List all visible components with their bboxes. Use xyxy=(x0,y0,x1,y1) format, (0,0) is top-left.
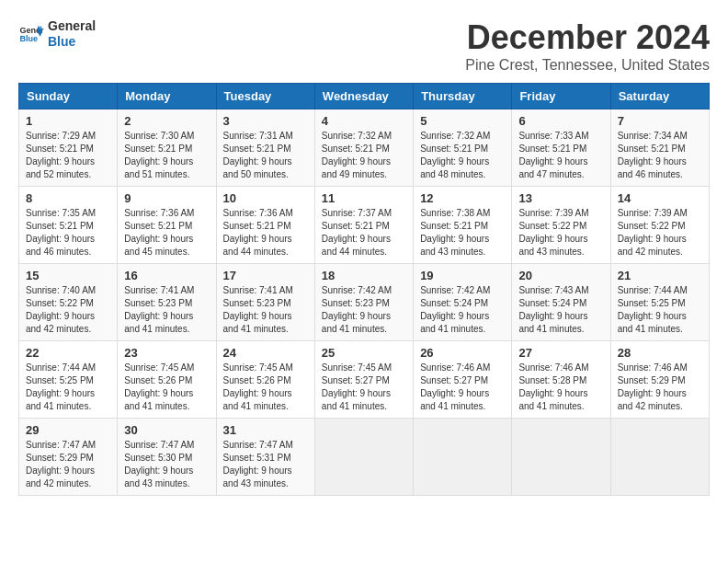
logo-line2: Blue xyxy=(48,34,96,50)
day-info: Sunrise: 7:34 AM Sunset: 5:21 PM Dayligh… xyxy=(618,130,702,181)
calendar-cell: 28 Sunrise: 7:46 AM Sunset: 5:29 PM Dayl… xyxy=(610,341,709,419)
day-number: 23 xyxy=(124,346,209,360)
day-info: Sunrise: 7:44 AM Sunset: 5:25 PM Dayligh… xyxy=(26,362,110,413)
day-number: 31 xyxy=(223,423,308,437)
day-number: 20 xyxy=(518,269,603,282)
day-info: Sunrise: 7:32 AM Sunset: 5:21 PM Dayligh… xyxy=(322,130,406,181)
day-info: Sunrise: 7:45 AM Sunset: 5:26 PM Dayligh… xyxy=(124,362,209,413)
calendar-cell: 6 Sunrise: 7:33 AM Sunset: 5:21 PM Dayli… xyxy=(512,109,610,187)
svg-text:Blue: Blue xyxy=(19,34,38,43)
day-number: 24 xyxy=(223,346,308,360)
day-number: 15 xyxy=(26,269,110,282)
day-info: Sunrise: 7:42 AM Sunset: 5:24 PM Dayligh… xyxy=(420,284,505,336)
day-info: Sunrise: 7:31 AM Sunset: 5:21 PM Dayligh… xyxy=(223,130,308,181)
calendar-cell: 10 Sunrise: 7:36 AM Sunset: 5:21 PM Dayl… xyxy=(216,187,314,264)
calendar-cell xyxy=(512,419,610,496)
calendar-week-row: 8 Sunrise: 7:35 AM Sunset: 5:21 PM Dayli… xyxy=(19,187,710,264)
day-number: 1 xyxy=(26,114,110,128)
calendar-cell: 20 Sunrise: 7:43 AM Sunset: 5:24 PM Dayl… xyxy=(512,264,610,341)
day-info: Sunrise: 7:36 AM Sunset: 5:21 PM Dayligh… xyxy=(223,207,308,259)
calendar-cell: 22 Sunrise: 7:44 AM Sunset: 5:25 PM Dayl… xyxy=(19,341,118,419)
day-number: 6 xyxy=(518,114,603,128)
header-tuesday: Tuesday xyxy=(216,84,314,109)
day-number: 8 xyxy=(26,191,110,205)
day-number: 17 xyxy=(223,269,308,282)
day-info: Sunrise: 7:47 AM Sunset: 5:30 PM Dayligh… xyxy=(124,439,209,490)
day-info: Sunrise: 7:45 AM Sunset: 5:27 PM Dayligh… xyxy=(322,362,406,413)
calendar-cell: 17 Sunrise: 7:41 AM Sunset: 5:23 PM Dayl… xyxy=(216,264,314,341)
header-sunday: Sunday xyxy=(19,84,118,109)
day-number: 18 xyxy=(322,269,406,282)
calendar-cell: 5 Sunrise: 7:32 AM Sunset: 5:21 PM Dayli… xyxy=(414,109,512,187)
calendar-cell: 11 Sunrise: 7:37 AM Sunset: 5:21 PM Dayl… xyxy=(314,187,413,264)
calendar-cell: 7 Sunrise: 7:34 AM Sunset: 5:21 PM Dayli… xyxy=(610,109,709,187)
header-friday: Friday xyxy=(512,84,610,109)
day-info: Sunrise: 7:47 AM Sunset: 5:29 PM Dayligh… xyxy=(26,439,110,490)
day-number: 26 xyxy=(420,346,505,360)
header-monday: Monday xyxy=(118,84,216,109)
logo-line1: General xyxy=(48,18,96,34)
day-info: Sunrise: 7:29 AM Sunset: 5:21 PM Dayligh… xyxy=(26,130,110,181)
calendar-header-row: SundayMondayTuesdayWednesdayThursdayFrid… xyxy=(19,84,710,109)
calendar-cell: 26 Sunrise: 7:46 AM Sunset: 5:27 PM Dayl… xyxy=(414,341,512,419)
day-info: Sunrise: 7:36 AM Sunset: 5:21 PM Dayligh… xyxy=(124,207,209,259)
calendar-cell: 18 Sunrise: 7:42 AM Sunset: 5:23 PM Dayl… xyxy=(314,264,413,341)
calendar-cell: 29 Sunrise: 7:47 AM Sunset: 5:29 PM Dayl… xyxy=(19,419,118,496)
day-info: Sunrise: 7:41 AM Sunset: 5:23 PM Dayligh… xyxy=(223,284,308,336)
day-number: 10 xyxy=(223,191,308,205)
calendar-cell: 3 Sunrise: 7:31 AM Sunset: 5:21 PM Dayli… xyxy=(216,109,314,187)
month-title: December 2024 xyxy=(465,18,710,57)
calendar-week-row: 15 Sunrise: 7:40 AM Sunset: 5:22 PM Dayl… xyxy=(19,264,710,341)
day-number: 14 xyxy=(618,191,702,205)
location-title: Pine Crest, Tennessee, United States xyxy=(465,57,710,74)
day-info: Sunrise: 7:45 AM Sunset: 5:26 PM Dayligh… xyxy=(223,362,308,413)
day-number: 21 xyxy=(618,269,702,282)
day-info: Sunrise: 7:37 AM Sunset: 5:21 PM Dayligh… xyxy=(322,207,406,259)
calendar-cell: 9 Sunrise: 7:36 AM Sunset: 5:21 PM Dayli… xyxy=(118,187,216,264)
day-info: Sunrise: 7:46 AM Sunset: 5:27 PM Dayligh… xyxy=(420,362,505,413)
day-info: Sunrise: 7:44 AM Sunset: 5:25 PM Dayligh… xyxy=(618,284,702,336)
calendar-cell xyxy=(314,419,413,496)
day-info: Sunrise: 7:43 AM Sunset: 5:24 PM Dayligh… xyxy=(518,284,603,336)
day-number: 30 xyxy=(124,423,209,437)
calendar-cell: 25 Sunrise: 7:45 AM Sunset: 5:27 PM Dayl… xyxy=(314,341,413,419)
day-info: Sunrise: 7:30 AM Sunset: 5:21 PM Dayligh… xyxy=(124,130,209,181)
calendar-cell: 23 Sunrise: 7:45 AM Sunset: 5:26 PM Dayl… xyxy=(118,341,216,419)
calendar-cell: 12 Sunrise: 7:38 AM Sunset: 5:21 PM Dayl… xyxy=(414,187,512,264)
day-number: 29 xyxy=(26,423,110,437)
day-number: 25 xyxy=(322,346,406,360)
day-info: Sunrise: 7:40 AM Sunset: 5:22 PM Dayligh… xyxy=(26,284,110,336)
day-number: 12 xyxy=(420,191,505,205)
day-info: Sunrise: 7:32 AM Sunset: 5:21 PM Dayligh… xyxy=(420,130,505,181)
calendar-cell: 31 Sunrise: 7:47 AM Sunset: 5:31 PM Dayl… xyxy=(216,419,314,496)
calendar-cell: 1 Sunrise: 7:29 AM Sunset: 5:21 PM Dayli… xyxy=(19,109,118,187)
calendar-table: SundayMondayTuesdayWednesdayThursdayFrid… xyxy=(18,83,710,496)
day-info: Sunrise: 7:39 AM Sunset: 5:22 PM Dayligh… xyxy=(618,207,702,259)
calendar-cell: 16 Sunrise: 7:41 AM Sunset: 5:23 PM Dayl… xyxy=(118,264,216,341)
calendar-cell: 14 Sunrise: 7:39 AM Sunset: 5:22 PM Dayl… xyxy=(610,187,709,264)
day-number: 2 xyxy=(124,114,209,128)
day-info: Sunrise: 7:42 AM Sunset: 5:23 PM Dayligh… xyxy=(322,284,406,336)
day-number: 19 xyxy=(420,269,505,282)
calendar-cell: 21 Sunrise: 7:44 AM Sunset: 5:25 PM Dayl… xyxy=(610,264,709,341)
day-number: 3 xyxy=(223,114,308,128)
day-info: Sunrise: 7:47 AM Sunset: 5:31 PM Dayligh… xyxy=(223,439,308,490)
calendar-cell: 24 Sunrise: 7:45 AM Sunset: 5:26 PM Dayl… xyxy=(216,341,314,419)
header-wednesday: Wednesday xyxy=(314,84,413,109)
day-number: 9 xyxy=(124,191,209,205)
calendar-cell: 27 Sunrise: 7:46 AM Sunset: 5:28 PM Dayl… xyxy=(512,341,610,419)
day-info: Sunrise: 7:33 AM Sunset: 5:21 PM Dayligh… xyxy=(518,130,603,181)
calendar-week-row: 1 Sunrise: 7:29 AM Sunset: 5:21 PM Dayli… xyxy=(19,109,710,187)
day-number: 5 xyxy=(420,114,505,128)
day-number: 27 xyxy=(518,346,603,360)
day-info: Sunrise: 7:41 AM Sunset: 5:23 PM Dayligh… xyxy=(124,284,209,336)
day-number: 4 xyxy=(322,114,406,128)
calendar-cell: 13 Sunrise: 7:39 AM Sunset: 5:22 PM Dayl… xyxy=(512,187,610,264)
day-number: 13 xyxy=(518,191,603,205)
day-number: 22 xyxy=(26,346,110,360)
calendar-cell xyxy=(414,419,512,496)
calendar-cell: 4 Sunrise: 7:32 AM Sunset: 5:21 PM Dayli… xyxy=(314,109,413,187)
calendar-cell: 2 Sunrise: 7:30 AM Sunset: 5:21 PM Dayli… xyxy=(118,109,216,187)
calendar-week-row: 29 Sunrise: 7:47 AM Sunset: 5:29 PM Dayl… xyxy=(19,419,710,496)
day-number: 7 xyxy=(618,114,702,128)
